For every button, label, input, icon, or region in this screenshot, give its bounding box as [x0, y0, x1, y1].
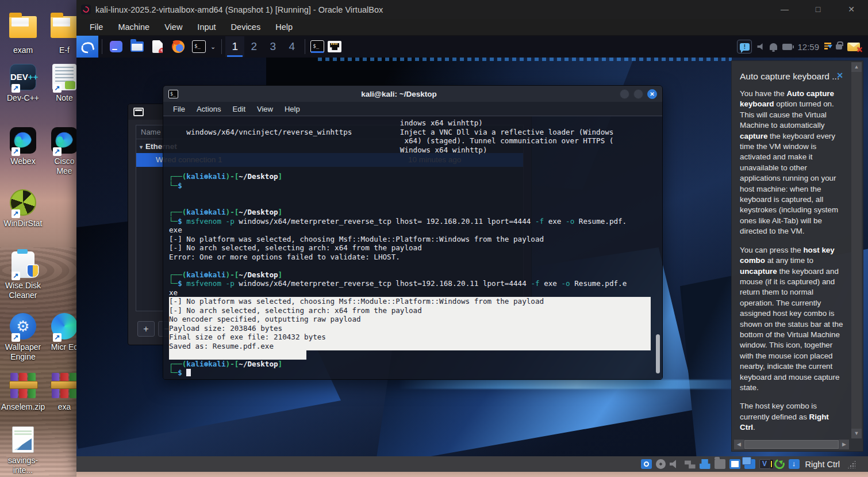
- network-adapters-icon[interactable]: [685, 459, 696, 469]
- terminal-maximize-button[interactable]: [633, 89, 643, 99]
- resize-grip[interactable]: [847, 460, 855, 468]
- shared-folders-icon[interactable]: [715, 459, 725, 469]
- desktop-icon-label: Wise Disk Cleaner: [1, 281, 45, 300]
- kali-menu-button[interactable]: [76, 36, 98, 58]
- harddisk-icon[interactable]: [641, 459, 652, 469]
- virtualbox-app-icon: [81, 5, 91, 14]
- features-icon[interactable]: V: [759, 459, 770, 469]
- window-title: kali-linux-2025.2-virtualbox-amd64 (Snap…: [95, 5, 383, 14]
- audio-icon[interactable]: [670, 459, 681, 469]
- rar-icon: [52, 373, 77, 398]
- terminal-minimize-button[interactable]: [620, 89, 629, 99]
- volume-icon[interactable]: [757, 43, 765, 51]
- scroll-left-icon[interactable]: ◀: [734, 440, 744, 449]
- terminal-line: x64) (staged). Tunnel communication over…: [169, 136, 662, 146]
- terminal-launcher[interactable]: $_: [189, 36, 209, 58]
- notification-paragraph: You have the Auto capture keyboard optio…: [740, 89, 844, 237]
- rar-icon: [10, 373, 36, 398]
- workspace-4[interactable]: 4: [282, 36, 301, 57]
- scroll-down-icon[interactable]: ▼: [851, 429, 862, 438]
- workspace-2[interactable]: 2: [244, 36, 263, 57]
- folder-launcher[interactable]: [126, 36, 147, 58]
- menu-file[interactable]: File: [83, 21, 109, 33]
- name-column-header[interactable]: Name: [141, 125, 161, 139]
- scroll-right-icon[interactable]: ▶: [839, 440, 849, 449]
- expander-triangle-icon[interactable]: ▾: [140, 144, 143, 150]
- shortcut-arrow-icon: ↗: [53, 147, 62, 156]
- terminal-line: Saved as: Resume.pdf.exe: [169, 342, 651, 351]
- desktop-icon-wallpaper-engine[interactable]: ⚙↗Wallpaper Engine: [1, 312, 45, 362]
- terminal-line: [-] No platform was selected, choosing M…: [169, 235, 662, 244]
- display-icon[interactable]: [729, 459, 740, 469]
- terminal-line: ┌──(kali⊛kali)-[~/Desktop]: [169, 270, 662, 280]
- clipman-tray-icon[interactable]: [824, 43, 832, 51]
- workspace-3[interactable]: 3: [263, 36, 282, 57]
- desktop-icon-exam[interactable]: exam: [1, 12, 45, 55]
- scroll-up-icon[interactable]: ▲: [851, 62, 862, 72]
- notification-paragraph: The host key combo is currently defined …: [740, 401, 844, 433]
- terminal-line: exe: [169, 226, 662, 235]
- clock[interactable]: 12:59: [797, 42, 819, 52]
- text-editor-launcher[interactable]: [147, 36, 168, 58]
- desktop-icon-label: WinDirStat: [1, 219, 45, 228]
- firefox-launcher[interactable]: [168, 36, 189, 58]
- desktop-icon-label: Anselem.zip: [1, 402, 45, 412]
- terminal-close-button[interactable]: ✕: [647, 89, 657, 99]
- virtualbox-statusbar: V↓Right Ctrl: [76, 456, 868, 472]
- terminal-line: [169, 163, 662, 173]
- terminal-menu-file[interactable]: File: [168, 104, 190, 115]
- minimize-button[interactable]: —: [768, 0, 801, 19]
- terminal-line: ┌──(kali⊛kali)-[~/Desktop]: [169, 360, 662, 369]
- virtualbox-titlebar[interactable]: kali-linux-2025.2-virtualbox-amd64 (Snap…: [76, 0, 868, 19]
- maximize-button[interactable]: □: [801, 0, 835, 19]
- terminal-output[interactable]: indows x64 winhttp) windows/x64/vncinjec…: [163, 116, 662, 379]
- mouse-integration-icon[interactable]: [774, 459, 785, 469]
- menu-view[interactable]: View: [158, 21, 189, 33]
- notification-vertical-scrollbar[interactable]: ▲ ▼: [851, 62, 862, 438]
- terminal-window[interactable]: $_ kali@kali: ~/Desktop ✕ FileActionsEdi…: [163, 85, 663, 380]
- usb-icon[interactable]: [700, 459, 710, 469]
- desktop-icon-wise-disk-cleaner[interactable]: ↗Wise Disk Cleaner: [1, 251, 45, 300]
- multi-display-icon[interactable]: [744, 459, 755, 469]
- terminal-line: Error: One or more options failed to val…: [169, 253, 662, 262]
- battery-icon[interactable]: [782, 44, 792, 50]
- desktop-icon-dev-c-[interactable]: DEV++↗Dev-C++: [1, 63, 45, 103]
- taskbar-network-window[interactable]: [326, 41, 343, 52]
- terminal-line: [169, 261, 662, 270]
- keyboard-capture-icon[interactable]: ↓: [789, 459, 800, 469]
- launcher-dropdown-caret[interactable]: ⌄: [210, 43, 216, 51]
- terminal-menu-view[interactable]: View: [252, 104, 278, 115]
- notification-horizontal-scrollbar[interactable]: ◀ ▶: [734, 440, 849, 449]
- notifications-tray-icon[interactable]: !: [737, 40, 752, 54]
- workspace-1[interactable]: 1: [225, 36, 244, 57]
- horizontal-scroll-thumb[interactable]: [744, 440, 839, 449]
- taskbar-terminal-window[interactable]: $_: [309, 40, 326, 53]
- terminal-scrollbar[interactable]: [656, 334, 660, 373]
- vm-display[interactable]: $_ ⌄ 1234 $_ ! 12:59: [76, 36, 868, 456]
- menu-help[interactable]: Help: [269, 21, 299, 33]
- notification-close-icon[interactable]: ✕: [836, 71, 843, 80]
- shortcut-arrow-icon: ↗: [11, 209, 20, 218]
- menu-machine[interactable]: Machine: [112, 21, 156, 33]
- terminal-line: Final size of exe file: 210432 bytes: [169, 333, 651, 342]
- terminal-menu-actions[interactable]: Actions: [191, 104, 226, 115]
- host-key-label: Right Ctrl: [805, 460, 840, 469]
- desktop-icon-anselem-zip[interactable]: Anselem.zip: [1, 372, 45, 412]
- desktop-icon-savings-inte-[interactable]: savings-inte...: [1, 426, 45, 475]
- file-manager-launcher[interactable]: [106, 36, 126, 58]
- terminal-menu-edit[interactable]: Edit: [228, 104, 251, 115]
- mail-error-icon[interactable]: [847, 43, 860, 51]
- close-button[interactable]: ✕: [835, 0, 868, 19]
- terminal-line: └─$ msfvenom -p windows/x64/meterpreter_…: [169, 217, 662, 226]
- add-connection-button[interactable]: +: [137, 321, 155, 337]
- lock-icon[interactable]: [836, 44, 842, 49]
- optical-disk-icon[interactable]: [656, 459, 666, 469]
- bell-icon[interactable]: [770, 43, 777, 50]
- menu-input[interactable]: Input: [191, 21, 222, 33]
- menu-devices[interactable]: Devices: [225, 21, 267, 33]
- desktop-icon-webex[interactable]: ↗Webex: [1, 127, 45, 166]
- terminal-titlebar[interactable]: $_ kali@kali: ~/Desktop ✕: [163, 86, 662, 102]
- desktop-icon-windirstat[interactable]: ↗WinDirStat: [1, 189, 45, 228]
- sheet-icon: [12, 426, 34, 453]
- terminal-menu-help[interactable]: Help: [279, 104, 305, 115]
